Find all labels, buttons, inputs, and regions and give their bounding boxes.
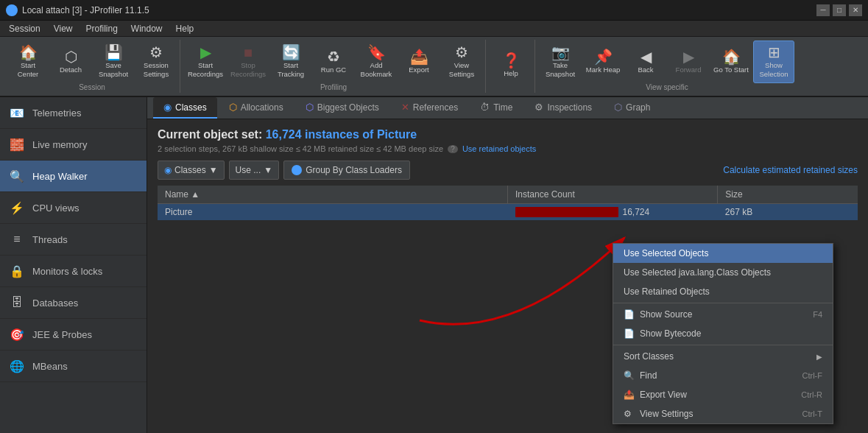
show-selection-icon: ⊞ xyxy=(768,45,780,60)
name-column-header: Name ▲ xyxy=(158,186,508,204)
start-center-button[interactable]: 🏠 Start Center xyxy=(7,41,49,83)
tab-time[interactable]: ⏱ Time xyxy=(470,97,523,119)
calculate-retained-sizes-link[interactable]: Calculate estimated retained sizes xyxy=(723,165,858,175)
tab-bar: ◉ Classes ⬡ Allocations ⬡ Biggest Object… xyxy=(147,97,868,119)
stop-recordings-button[interactable]: ■ Stop Recordings xyxy=(227,41,269,83)
minimize-button[interactable]: ─ xyxy=(816,4,830,16)
sort-classes-arrow-icon: ▶ xyxy=(816,353,822,361)
tab-biggest-objects[interactable]: ⬡ Biggest Objects xyxy=(295,97,389,119)
ctx-use-selected-objects[interactable]: Use Selected Objects xyxy=(613,244,833,263)
export-button[interactable]: 📤 Export xyxy=(398,41,440,83)
threads-label: Threads xyxy=(32,234,68,245)
ctx-find-left: 🔍 Find xyxy=(624,370,657,381)
menu-session[interactable]: Session xyxy=(3,22,46,35)
sidebar-item-jee-probes[interactable]: 🎯 JEE & Probes xyxy=(0,319,147,351)
ctx-show-bytecode[interactable]: 📄 Show Bytecode xyxy=(613,324,833,343)
ctx-view-settings-left: ⚙ View Settings xyxy=(624,409,694,419)
ctx-use-selected-label: Use Selected Objects xyxy=(624,248,708,258)
tab-inspections[interactable]: ⚙ Inspections xyxy=(524,97,602,119)
go-to-start-button[interactable]: 🏠 Go To Start xyxy=(710,41,752,83)
toolbar: 🏠 Start Center ⬡ Detach 💾 Save Snapshot … xyxy=(0,37,868,97)
ctx-use-retained-left: Use Retained Objects xyxy=(624,286,710,297)
group-by-class-loaders-icon xyxy=(292,165,302,175)
use-retained-link[interactable]: Use retained objects xyxy=(462,144,536,153)
current-object-title: Current object set: 16,724 instances of … xyxy=(158,128,858,141)
ctx-use-selected-java-class[interactable]: Use Selected java.lang.Class Objects xyxy=(613,263,833,282)
sidebar-item-live-memory[interactable]: 🧱 Live memory xyxy=(0,129,147,161)
mark-heap-button[interactable]: 📌 Mark Heap xyxy=(582,41,624,83)
show-selection-button[interactable]: ⊞ Show Selection xyxy=(753,41,794,83)
classes-dropdown[interactable]: ◉ Classes ▼ xyxy=(158,161,225,180)
run-gc-button[interactable]: ♻ Run GC xyxy=(313,41,354,83)
ctx-show-bytecode-label: Show Bytecode xyxy=(640,328,701,339)
export-label: Export xyxy=(409,66,428,74)
ctx-use-retained-objects[interactable]: Use Retained Objects xyxy=(613,282,833,301)
view-settings-toolbar-button[interactable]: ⚙ View Settings xyxy=(441,41,482,83)
group-by-class-loaders-button[interactable]: Group By Class Loaders xyxy=(283,161,410,180)
save-snapshot-button[interactable]: 💾 Save Snapshot xyxy=(93,41,134,83)
sidebar-item-cpu-views[interactable]: ⚡ CPU views xyxy=(0,192,147,224)
menu-window[interactable]: Window xyxy=(125,22,169,35)
toolbar-group-help-inner: ❓ Help xyxy=(490,40,532,93)
forward-button[interactable]: ▶ Forward xyxy=(668,41,709,83)
menu-profiling[interactable]: Profiling xyxy=(80,22,124,35)
object-set-label: Current object set: xyxy=(158,128,266,141)
help-button[interactable]: ❓ Help xyxy=(490,44,532,87)
live-memory-label: Live memory xyxy=(32,139,87,150)
ctx-show-source[interactable]: 📄 Show Source F4 xyxy=(613,305,833,324)
table-toolbar: ◉ Classes ▼ Use ... ▼ Group By Class Loa… xyxy=(158,161,858,180)
ctx-view-settings[interactable]: ⚙ View Settings Ctrl-T xyxy=(613,404,833,423)
start-tracking-label: Start Tracking xyxy=(272,61,309,78)
sidebar-item-telemetries[interactable]: 📧 Telemetries xyxy=(0,97,147,129)
start-center-label: Start Center xyxy=(10,61,46,78)
close-button[interactable]: ✕ xyxy=(849,4,862,16)
tab-allocations[interactable]: ⬡ Allocations xyxy=(219,97,294,119)
session-settings-label: Session Settings xyxy=(138,61,174,78)
main-layout: 📧 Telemetries 🧱 Live memory 🔍 Heap Walke… xyxy=(0,97,868,433)
help-question-icon: ? xyxy=(448,145,458,153)
ctx-use-selected-java-left: Use Selected java.lang.Class Objects xyxy=(624,267,771,278)
ctx-export-view[interactable]: 📤 Export View Ctrl-R xyxy=(613,385,833,404)
sidebar-item-heap-walker[interactable]: 🔍 Heap Walker xyxy=(0,161,147,192)
go-to-start-icon: 🏠 xyxy=(722,49,741,64)
session-settings-button[interactable]: ⚙ Session Settings xyxy=(135,41,177,83)
use-dropdown[interactable]: Use ... ▼ xyxy=(229,161,280,180)
ctx-sort-classes-label: Sort Classes xyxy=(624,351,674,362)
session-group-label: Session xyxy=(7,83,177,93)
table-row[interactable]: Picture 16,724 267 kB xyxy=(158,204,858,221)
title-bar: Local attach [3] - JProfiler 11.1.5 ─ □ … xyxy=(0,0,868,21)
sidebar-item-mbeans[interactable]: 🌐 MBeans xyxy=(0,351,147,382)
help-label: Help xyxy=(504,69,518,77)
allocations-tab-label: Allocations xyxy=(241,102,283,113)
sidebar-item-databases[interactable]: 🗄 Databases xyxy=(0,287,147,319)
add-bookmark-button[interactable]: 🔖 Add Bookmark xyxy=(356,41,397,83)
maximize-button[interactable]: □ xyxy=(833,4,846,16)
view-settings-toolbar-label: View Settings xyxy=(443,61,480,78)
add-bookmark-icon: 🔖 xyxy=(367,45,386,60)
tab-classes[interactable]: ◉ Classes xyxy=(153,97,217,119)
back-button[interactable]: ◀ Back xyxy=(625,41,666,83)
table-body: Picture 16,724 267 kB xyxy=(158,204,858,221)
tab-references[interactable]: ✕ References xyxy=(391,97,468,119)
start-recordings-button[interactable]: ▶ Start Recordings xyxy=(185,41,226,83)
graph-tab-label: Graph xyxy=(626,102,650,113)
sidebar: 📧 Telemetries 🧱 Live memory 🔍 Heap Walke… xyxy=(0,97,147,433)
ctx-find[interactable]: 🔍 Find Ctrl-F xyxy=(613,366,833,385)
take-snapshot-button[interactable]: 📷 Take Snapshot xyxy=(540,41,581,83)
menu-view[interactable]: View xyxy=(48,22,79,35)
menu-help[interactable]: Help xyxy=(170,22,200,35)
ctx-sort-classes[interactable]: Sort Classes ▶ xyxy=(613,347,833,366)
sidebar-item-monitors-locks[interactable]: 🔒 Monitors & locks xyxy=(0,256,147,287)
tab-graph[interactable]: ⬡ Graph xyxy=(604,97,660,119)
start-tracking-button[interactable]: 🔄 Start Tracking xyxy=(270,41,311,83)
go-to-start-label: Go To Start xyxy=(713,66,749,74)
detach-button[interactable]: ⬡ Detach xyxy=(50,41,91,83)
monitors-locks-label: Monitors & locks xyxy=(32,266,102,277)
size-column-header: Size xyxy=(718,186,858,204)
content-panel: ◉ Classes ⬡ Allocations ⬡ Biggest Object… xyxy=(147,97,868,433)
sidebar-item-threads[interactable]: ≡ Threads xyxy=(0,224,147,256)
table-header: Name ▲ Instance Count Size xyxy=(158,186,858,204)
toolbar-group-profiling-inner: ▶ Start Recordings ■ Stop Recordings 🔄 S… xyxy=(185,40,482,93)
run-gc-label: Run GC xyxy=(321,66,346,74)
instance-count-value: 16,724 xyxy=(623,207,650,217)
